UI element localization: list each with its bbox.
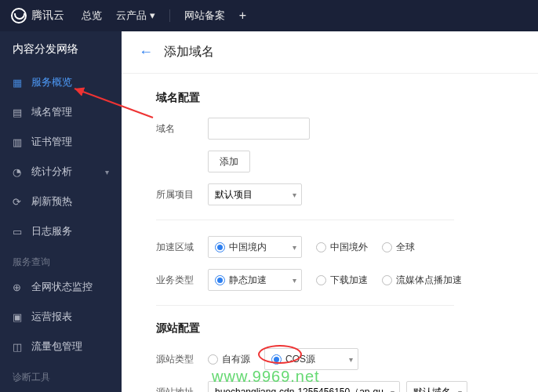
globe-icon: ⊕ bbox=[13, 281, 24, 292]
radio-download[interactable]: 下载加速 bbox=[316, 274, 368, 287]
domain-input[interactable] bbox=[208, 118, 310, 140]
doc-icon: ▭ bbox=[13, 226, 24, 237]
top-bar: 腾讯云 总览 云产品 ▾ 网站备案 + bbox=[0, 0, 538, 31]
label-origin-addr: 源站地址 bbox=[156, 386, 208, 393]
radio-stream[interactable]: 流媒体点播加速 bbox=[382, 274, 462, 287]
sidebar-title: 内容分发网络 bbox=[0, 31, 122, 67]
add-button[interactable]: 添加 bbox=[208, 151, 250, 172]
radio-cos[interactable]: COS源 bbox=[264, 348, 358, 370]
origin-domain-select[interactable]: 默认域名 bbox=[406, 381, 467, 392]
divider bbox=[156, 220, 454, 220]
radio-global[interactable]: 全球 bbox=[382, 241, 415, 254]
cert-icon: ▥ bbox=[13, 136, 24, 147]
sidebar-item-cert[interactable]: ▥证书管理 bbox=[0, 127, 122, 157]
label-origin-type: 源站类型 bbox=[156, 353, 208, 366]
page-header: ← 添加域名 bbox=[122, 31, 538, 74]
radio-own[interactable]: 自有源 bbox=[208, 353, 250, 366]
sidebar-item-stats[interactable]: ◔统计分析▾ bbox=[0, 157, 122, 187]
label-domain: 域名 bbox=[156, 122, 208, 136]
nav-overview[interactable]: 总览 bbox=[82, 9, 102, 23]
origin-addr-select[interactable]: huochangliang-cdn-1255456150（ap-gu bbox=[208, 381, 400, 392]
section-domain: 域名配置 bbox=[156, 91, 538, 105]
brand-logo[interactable]: 腾讯云 bbox=[11, 8, 64, 24]
sidebar-item-monitor[interactable]: ⊕全网状态监控 bbox=[0, 272, 122, 302]
sidebar-item-traffic[interactable]: ◫流量包管理 bbox=[0, 332, 122, 361]
label-biztype: 业务类型 bbox=[156, 274, 208, 287]
sidebar-group-query: 服务查询 bbox=[0, 246, 122, 272]
divider bbox=[156, 305, 454, 306]
sidebar-item-refresh[interactable]: ⟳刷新预热 bbox=[0, 187, 122, 216]
nav-record[interactable]: 网站备案 bbox=[184, 9, 225, 23]
report-icon: ▣ bbox=[13, 311, 24, 322]
radio-overseas[interactable]: 中国境外 bbox=[316, 241, 368, 254]
nav-products[interactable]: 云产品 ▾ bbox=[116, 9, 155, 23]
brand-text: 腾讯云 bbox=[31, 9, 64, 23]
label-region: 加速区域 bbox=[156, 241, 208, 254]
divider bbox=[169, 9, 170, 22]
box-icon: ◫ bbox=[13, 341, 24, 352]
sidebar-item-ip[interactable]: ▸IP归属查询 bbox=[0, 387, 122, 392]
sidebar-item-report[interactable]: ▣运营报表 bbox=[0, 302, 122, 332]
content: 域名配置 域名 添加 所属项目默认项目 加速区域 中国境内 中国境外 全球 业务… bbox=[122, 74, 538, 392]
label-project: 所属项目 bbox=[156, 188, 208, 201]
radio-static[interactable]: 静态加速 bbox=[208, 269, 302, 291]
sidebar-group-diag: 诊断工具 bbox=[0, 361, 122, 387]
section-origin: 源站配置 bbox=[156, 321, 538, 336]
cloud-icon bbox=[11, 8, 27, 24]
region-radio-group: 中国境内 中国境外 全球 bbox=[208, 236, 415, 258]
page-title: 添加域名 bbox=[164, 44, 214, 60]
top-nav: 总览 云产品 ▾ 网站备案 + bbox=[82, 9, 246, 23]
main-panel: ← 添加域名 域名配置 域名 添加 所属项目默认项目 加速区域 中国境内 中国境… bbox=[122, 31, 538, 392]
sidebar-item-domain[interactable]: ▤域名管理 bbox=[0, 97, 122, 127]
plus-icon[interactable]: + bbox=[239, 9, 246, 23]
grid-icon: ▦ bbox=[13, 77, 24, 88]
origin-type-group: 自有源 COS源 bbox=[208, 348, 358, 370]
radio-china[interactable]: 中国境内 bbox=[208, 236, 302, 258]
sidebar: 内容分发网络 ▦服务概览 ▤域名管理 ▥证书管理 ◔统计分析▾ ⟳刷新预热 ▭日… bbox=[0, 31, 122, 392]
sidebar-item-overview[interactable]: ▦服务概览 bbox=[0, 67, 122, 97]
chevron-down-icon: ▾ bbox=[105, 168, 109, 176]
project-select[interactable]: 默认项目 bbox=[208, 183, 302, 205]
refresh-icon: ⟳ bbox=[13, 196, 24, 207]
chart-icon: ◔ bbox=[13, 166, 24, 177]
back-icon[interactable]: ← bbox=[139, 44, 153, 60]
biztype-radio-group: 静态加速 下载加速 流媒体点播加速 bbox=[208, 269, 462, 291]
list-icon: ▤ bbox=[13, 107, 24, 118]
sidebar-item-log[interactable]: ▭日志服务 bbox=[0, 216, 122, 246]
